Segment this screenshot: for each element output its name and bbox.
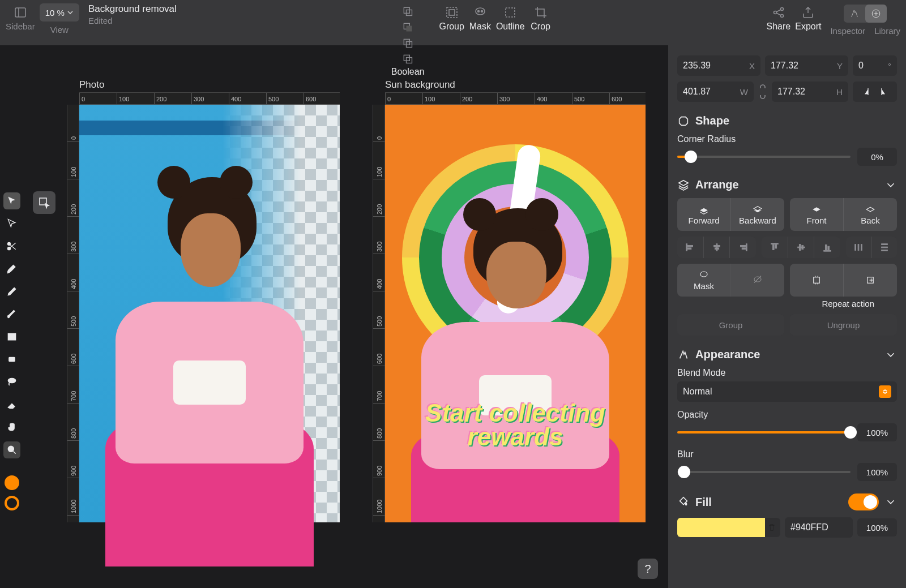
outline-button[interactable] [499, 3, 522, 22]
lock-aspect-icon[interactable] [758, 81, 767, 102]
trash-icon[interactable] [767, 522, 777, 533]
library-tab[interactable] [865, 5, 887, 23]
left-toolstrip [3, 192, 20, 510]
export-button[interactable] [797, 3, 819, 22]
sidebar-toggle[interactable] [9, 3, 32, 22]
svg-rect-53 [881, 247, 887, 248]
group-button[interactable] [441, 3, 463, 22]
share-button[interactable] [767, 3, 790, 22]
align-bottom-icon[interactable] [814, 237, 840, 258]
boolean-subtract-icon[interactable] [398, 19, 418, 35]
align-left-icon[interactable] [677, 237, 703, 258]
artboard-label-photo[interactable]: Photo [79, 79, 104, 91]
corner-radius-value[interactable]: 0% [857, 148, 897, 166]
unmask-button[interactable] [730, 264, 784, 297]
svg-rect-32 [687, 245, 693, 247]
top-toolbar: Sidebar 10 % View Background removal Edi… [0, 0, 906, 45]
blur-slider[interactable] [677, 471, 851, 473]
svg-rect-43 [797, 247, 805, 248]
inspector-panel: 235.39X 177.32Y 0° 401.87W 177.32H Shape… [668, 45, 906, 588]
align-top-icon[interactable] [762, 237, 788, 258]
backward-button[interactable]: Backward [730, 198, 784, 231]
crop-button[interactable] [529, 3, 552, 22]
opacity-value[interactable]: 100% [857, 423, 897, 441]
svg-rect-3 [407, 10, 412, 16]
svg-rect-39 [742, 248, 745, 250]
document-title: Background removal [88, 3, 177, 15]
x-input[interactable]: 235.39X [677, 55, 760, 76]
inspector-library-tabs[interactable] [844, 5, 887, 23]
inspector-tab[interactable] [844, 5, 865, 23]
shape-section-header[interactable]: Shape [677, 114, 897, 127]
text-tool[interactable] [3, 328, 20, 345]
opacity-slider[interactable] [677, 431, 851, 434]
flip-buttons[interactable] [853, 81, 897, 102]
help-button[interactable]: ? [638, 559, 658, 579]
direct-select-tool[interactable] [3, 215, 20, 232]
fill-section-header[interactable]: Fill [677, 493, 897, 510]
hand-tool[interactable] [3, 419, 20, 436]
h-input[interactable]: 177.32H [772, 81, 848, 102]
rotation-input[interactable]: 0° [853, 55, 897, 76]
boolean-union-icon[interactable] [398, 3, 418, 19]
zoom-tool[interactable] [3, 441, 20, 458]
pen-tool[interactable] [3, 260, 20, 277]
align-right-icon[interactable] [729, 237, 756, 258]
svg-rect-48 [828, 246, 830, 250]
svg-rect-10 [447, 7, 457, 18]
stroke-color-swatch[interactable] [5, 496, 19, 510]
eraser-tool[interactable] [3, 396, 20, 413]
artboard-photo[interactable] [79, 105, 340, 522]
artboard-label-sun[interactable]: Sun background [385, 79, 455, 91]
select-tool[interactable] [3, 192, 20, 209]
boolean-intersect-icon[interactable] [398, 35, 418, 51]
fill-color-well[interactable] [677, 518, 780, 537]
svg-rect-0 [15, 8, 25, 17]
fill-alpha-input[interactable]: 100% [857, 518, 897, 537]
zoom-dropdown[interactable]: 10 % [40, 3, 79, 22]
w-input[interactable]: 401.87W [677, 81, 754, 102]
svg-rect-37 [746, 244, 747, 251]
svg-rect-36 [715, 248, 719, 250]
artboard-sun[interactable]: Start collectingrewards [385, 105, 646, 522]
y-input[interactable]: 177.32Y [765, 55, 848, 76]
mask-unmask-buttons[interactable]: Mask [677, 264, 784, 297]
mask-button-inspector[interactable]: Mask [677, 264, 730, 297]
repeat-action-buttons[interactable] [790, 264, 897, 297]
ungroup-button[interactable]: Ungroup [790, 314, 897, 336]
pencil-tool[interactable] [3, 283, 20, 300]
corner-radius-slider[interactable] [677, 156, 851, 158]
front-button[interactable]: Front [790, 198, 843, 231]
forward-backward-buttons[interactable]: Forward Backward [677, 198, 784, 231]
forward-button[interactable]: Forward [677, 198, 730, 231]
svg-rect-47 [826, 245, 827, 250]
svg-rect-38 [741, 245, 746, 247]
repeat-again-button[interactable] [843, 264, 897, 297]
svg-line-27 [14, 452, 16, 454]
lasso-tool[interactable] [3, 374, 20, 390]
align-vcenter-icon[interactable] [788, 237, 814, 258]
scissors-tool[interactable] [3, 238, 20, 255]
mask-button[interactable] [469, 3, 492, 22]
front-back-buttons[interactable]: Front Back [790, 198, 897, 231]
svg-rect-6 [404, 39, 409, 45]
repeat-button[interactable] [790, 264, 843, 297]
person-illustration [79, 155, 340, 522]
align-hcenter-icon[interactable] [703, 237, 730, 258]
align-buttons[interactable] [677, 237, 897, 258]
brush-tool[interactable] [3, 306, 20, 323]
back-button[interactable]: Back [843, 198, 897, 231]
canvas[interactable]: Photo Sun background 0100200300400500600… [28, 57, 663, 588]
fill-hex-input[interactable]: #940FFD [785, 517, 853, 538]
blur-value[interactable]: 100% [857, 463, 897, 481]
distribute-h-icon[interactable] [846, 237, 871, 258]
shape-tool[interactable] [3, 351, 20, 368]
distribute-v-icon[interactable] [871, 237, 898, 258]
group-button-inspector[interactable]: Group [677, 314, 784, 336]
fill-toggle[interactable] [848, 493, 879, 510]
blend-mode-select[interactable]: Normal [677, 381, 897, 402]
arrange-section-header[interactable]: Arrange [677, 178, 897, 191]
appearance-section-header[interactable]: Appearance [677, 348, 897, 361]
svg-rect-7 [407, 42, 412, 48]
fill-color-swatch[interactable] [5, 475, 19, 490]
